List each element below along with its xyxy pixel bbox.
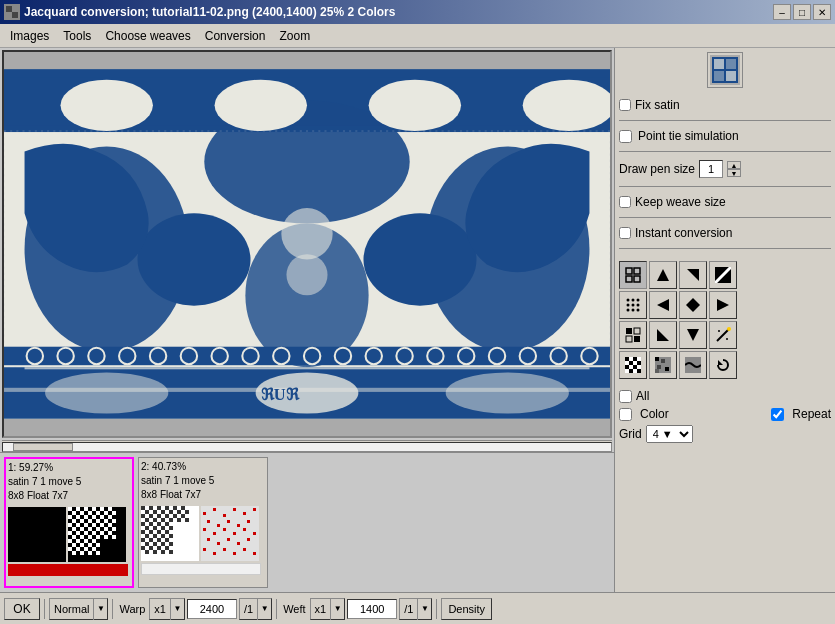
pen-size-down[interactable]: ▼ (727, 169, 741, 177)
sep-3 (276, 599, 277, 619)
repeat-checkbox[interactable] (771, 408, 784, 421)
svg-rect-189 (207, 538, 210, 541)
pen-size-input[interactable]: 1 (699, 160, 723, 178)
status-bar: OK Normal ▼ Warp x1 ▼ 2400 /1 ▼ Weft x1 … (0, 592, 835, 624)
arrow-up-btn[interactable] (649, 261, 677, 289)
swatch-1[interactable]: 1: 59.27% satin 7 1 move 5 8x8 Float 7x7 (4, 457, 134, 588)
minimize-button[interactable]: – (773, 4, 791, 20)
scrollbar-thumb[interactable] (13, 443, 73, 451)
scatter-btn[interactable] (649, 351, 677, 379)
checkerboard-btn[interactable] (619, 351, 647, 379)
warp-slash-dropdown[interactable]: /1 ▼ (239, 598, 272, 620)
refresh-btn[interactable] (709, 351, 737, 379)
svg-rect-159 (141, 546, 145, 550)
weft-slash-dropdown[interactable]: /1 ▼ (399, 598, 432, 620)
svg-rect-103 (88, 551, 92, 555)
svg-rect-242 (633, 365, 637, 369)
svg-marker-252 (718, 360, 723, 365)
svg-rect-198 (243, 548, 246, 551)
dots-btn[interactable] (619, 291, 647, 319)
arrow-left-btn[interactable] (649, 291, 677, 319)
svg-rect-78 (68, 531, 72, 535)
wand-btn[interactable] (709, 321, 737, 349)
svg-rect-137 (181, 514, 185, 518)
warp-x-arrow: ▼ (170, 598, 184, 620)
keep-weave-label[interactable]: Keep weave size (619, 195, 726, 209)
swatch-2[interactable]: 2: 40.73% satin 7 1 move 5 8x8 Float 7x7 (138, 457, 268, 588)
weft-value-input[interactable]: 1400 (347, 599, 397, 619)
svg-rect-52 (76, 507, 80, 511)
swatch-2-percent: 2: 40.73% (141, 460, 265, 474)
svg-point-222 (637, 309, 640, 312)
scrollbar-track[interactable] (2, 442, 612, 452)
pen-size-label: Draw pen size (619, 162, 695, 176)
instant-conversion-checkbox[interactable] (619, 227, 631, 239)
grid-select[interactable]: 4 ▼ (646, 425, 693, 443)
density-button[interactable]: Density (441, 598, 492, 620)
svg-rect-48 (25, 367, 590, 369)
svg-rect-59 (88, 511, 92, 515)
svg-rect-76 (76, 523, 80, 527)
svg-rect-180 (227, 520, 230, 523)
wave-btn[interactable] (679, 351, 707, 379)
swatch-2-preview-dark (141, 506, 199, 561)
menu-conversion[interactable]: Conversion (199, 27, 272, 45)
swatch-2-preview-light (201, 506, 259, 561)
point-tie-checkbox[interactable] (619, 130, 632, 143)
svg-rect-238 (633, 357, 637, 361)
menu-zoom[interactable]: Zoom (273, 27, 316, 45)
swatch-2-info: 2: 40.73% satin 7 1 move 5 8x8 Float 7x7 (141, 460, 265, 502)
main-content: ℜUℜ (0, 48, 835, 592)
weft-x-dropdown[interactable]: x1 ▼ (310, 598, 346, 620)
svg-rect-95 (72, 551, 76, 555)
normal-dropdown[interactable]: Normal ▼ (49, 598, 108, 620)
svg-rect-50 (68, 507, 72, 511)
grid-icon-btn[interactable] (619, 261, 647, 289)
thumbnail-button[interactable] (707, 52, 743, 88)
warp-slash: /1 (240, 603, 257, 615)
warp-x-dropdown[interactable]: x1 ▼ (149, 598, 185, 620)
pen-size-up[interactable]: ▲ (727, 161, 741, 169)
svg-point-17 (369, 80, 461, 131)
svg-rect-155 (141, 538, 145, 542)
arrow-right-btn[interactable] (709, 291, 737, 319)
svg-rect-77 (80, 527, 84, 531)
menu-choose-weaves[interactable]: Choose weaves (99, 27, 196, 45)
warp-label: Warp (117, 603, 147, 615)
warp-value-input[interactable]: 2400 (187, 599, 237, 619)
svg-rect-166 (169, 542, 173, 546)
fix-satin-checkbox[interactable] (619, 99, 631, 111)
keep-weave-checkbox[interactable] (619, 196, 631, 208)
color-label: Color (640, 407, 669, 421)
close-button[interactable]: ✕ (813, 4, 831, 20)
color-checkbox[interactable] (619, 408, 632, 421)
svg-rect-123 (157, 506, 161, 510)
arrow-down-btn[interactable] (679, 321, 707, 349)
svg-point-15 (60, 80, 152, 131)
svg-rect-67 (104, 511, 108, 515)
swatch-1-preview-black (8, 507, 66, 562)
fix-satin-label[interactable]: Fix satin (619, 98, 680, 112)
title-bar: Jacquard conversion; tutorial11-02.png (… (0, 0, 835, 24)
svg-rect-51 (72, 511, 76, 515)
horizontal-scrollbar[interactable] (2, 440, 612, 452)
arrow-down-left-btn[interactable] (649, 321, 677, 349)
grid2-btn[interactable] (619, 321, 647, 349)
instant-conversion-label[interactable]: Instant conversion (619, 226, 732, 240)
divider-5 (619, 248, 831, 249)
svg-rect-209 (634, 276, 640, 282)
menu-tools[interactable]: Tools (57, 27, 97, 45)
svg-rect-149 (165, 522, 169, 526)
slash-btn[interactable] (709, 261, 737, 289)
all-checkbox[interactable] (619, 390, 632, 403)
diamond-btn[interactable] (679, 291, 707, 319)
svg-rect-124 (161, 510, 165, 514)
ok-button[interactable]: OK (4, 598, 40, 620)
arrow-up-right-btn[interactable] (679, 261, 707, 289)
svg-rect-79 (72, 535, 76, 539)
menu-images[interactable]: Images (4, 27, 55, 45)
maximize-button[interactable]: □ (793, 4, 811, 20)
svg-rect-120 (145, 518, 149, 522)
svg-point-215 (632, 299, 635, 302)
svg-rect-187 (243, 528, 246, 531)
